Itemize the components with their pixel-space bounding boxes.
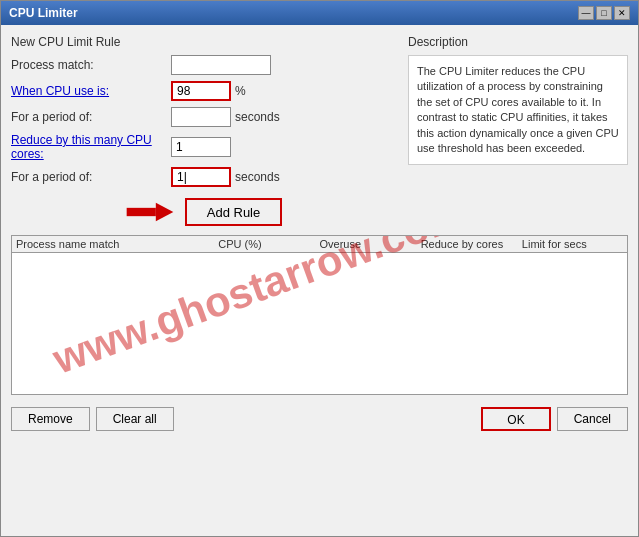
period1-input[interactable] (171, 107, 231, 127)
description-text: The CPU Limiter reduces the CPU utilizat… (408, 55, 628, 165)
process-match-group: Process match: (11, 55, 396, 75)
description-label: Description (408, 35, 628, 49)
when-cpu-label[interactable]: When CPU use is: (11, 84, 171, 98)
maximize-button[interactable]: □ (596, 6, 612, 20)
remove-button[interactable]: Remove (11, 407, 90, 431)
top-section: New CPU Limit Rule Process match: When C… (11, 35, 628, 227)
svg-marker-1 (156, 203, 174, 221)
arrow-icon (125, 197, 175, 227)
cpu-limiter-window: CPU Limiter — □ ✕ New CPU Limit Rule Pro… (0, 0, 639, 537)
new-rule-label: New CPU Limit Rule (11, 35, 396, 49)
rules-table: Process name match CPU (%) Overuse Reduc… (11, 235, 628, 395)
reduce-group: Reduce by this many CPU cores: (11, 133, 396, 161)
watermark: www.ghostarrow.com (47, 235, 471, 384)
table-body: www.ghostarrow.com (12, 253, 627, 353)
svg-rect-0 (126, 208, 155, 216)
minimize-button[interactable]: — (578, 6, 594, 20)
cpu-percent-suffix: % (235, 84, 246, 98)
main-content: New CPU Limit Rule Process match: When C… (1, 25, 638, 536)
process-match-label: Process match: (11, 58, 171, 72)
table-header: Process name match CPU (%) Overuse Reduc… (12, 236, 627, 253)
add-rule-row: Add Rule (11, 197, 396, 227)
col-limit: Limit for secs (522, 238, 623, 250)
title-bar-controls: — □ ✕ (578, 6, 630, 20)
period1-group: For a period of: seconds (11, 107, 396, 127)
col-process-name: Process name match (16, 238, 218, 250)
title-bar: CPU Limiter — □ ✕ (1, 1, 638, 25)
bottom-right-buttons: OK Cancel (481, 407, 628, 431)
process-match-input[interactable] (171, 55, 271, 75)
cancel-button[interactable]: Cancel (557, 407, 628, 431)
period2-label: For a period of: (11, 170, 171, 184)
col-cpu: CPU (%) (218, 238, 319, 250)
period2-input[interactable] (171, 167, 231, 187)
window-title: CPU Limiter (9, 6, 78, 20)
close-button[interactable]: ✕ (614, 6, 630, 20)
reduce-input[interactable] (171, 137, 231, 157)
period2-suffix: seconds (235, 170, 280, 184)
right-panel: Description The CPU Limiter reduces the … (408, 35, 628, 227)
col-reduce: Reduce by cores (421, 238, 522, 250)
when-cpu-group: When CPU use is: % (11, 81, 396, 101)
bottom-left-buttons: Remove Clear all (11, 407, 174, 431)
reduce-label[interactable]: Reduce by this many CPU cores: (11, 133, 171, 161)
add-rule-button[interactable]: Add Rule (185, 198, 282, 226)
period1-label: For a period of: (11, 110, 171, 124)
col-overuse: Overuse (320, 238, 421, 250)
ok-button[interactable]: OK (481, 407, 550, 431)
when-cpu-input[interactable] (171, 81, 231, 101)
left-panel: New CPU Limit Rule Process match: When C… (11, 35, 396, 227)
arrow-svg (125, 197, 175, 227)
clear-all-button[interactable]: Clear all (96, 407, 174, 431)
bottom-buttons: Remove Clear all OK Cancel (11, 403, 628, 435)
period2-group: For a period of: seconds (11, 167, 396, 187)
period1-suffix: seconds (235, 110, 280, 124)
